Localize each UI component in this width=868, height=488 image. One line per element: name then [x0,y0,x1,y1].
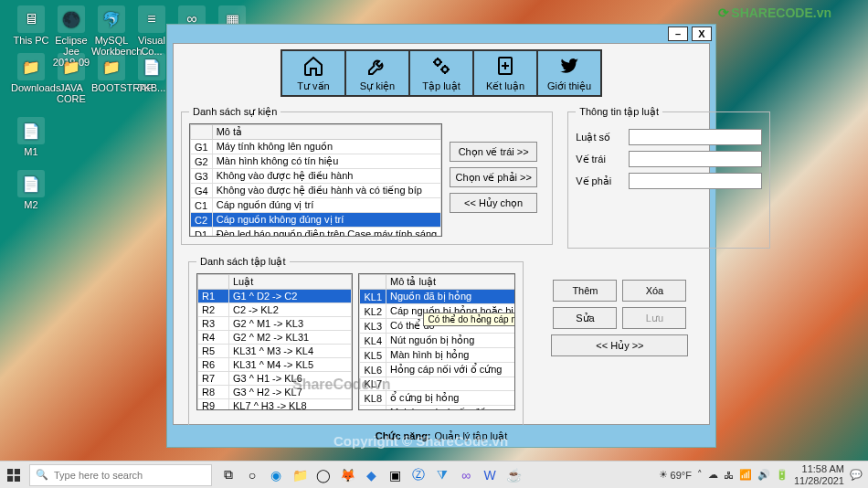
tray-network-icon[interactable]: 🖧 [724,470,734,481]
table-row[interactable]: C2Cáp nguồn không đúng vị trí [191,213,441,228]
toolbar-bird-button[interactable]: Giới thiệu [536,49,602,97]
desktop-icon-glyph: 🌑 [58,5,85,33]
cell-desc [386,377,515,391]
desktop-icon[interactable]: 📄M1 [11,117,51,157]
table-row[interactable]: KL9Mainboard có vấn đề [360,406,515,411]
table-row[interactable]: G1Máy tính không lên nguồn [191,140,441,154]
table-row[interactable]: R4G2 ^ M2 -> KL31 [198,331,352,345]
weather-icon: ☀ [659,469,668,481]
table-row[interactable]: R7G3 ^ H1 -> KL6 [198,372,352,386]
desktop-icon[interactable]: 📁Downloads [11,53,51,93]
vs-icon[interactable]: ∞ [455,464,477,486]
svg-rect-5 [7,475,13,481]
app-icon-1[interactable]: ◆ [360,464,382,486]
input-ve-trai[interactable] [629,151,762,167]
cell-code: KL8 [360,391,386,406]
table-row[interactable]: KL4Nút nguồn bị hỏng [360,334,515,348]
cell-code: G2 [191,154,213,169]
toolbar-home-button[interactable]: Tư vấn [281,49,346,97]
cortana-icon[interactable]: ○ [241,464,263,486]
delete-button[interactable]: Xóa [622,280,686,302]
table-row[interactable]: R5KL31 ^ M3 -> KL4 [198,345,352,358]
tray-chevron-icon[interactable]: ˄ [697,469,703,481]
cell-rule: KL7 ^ H3 -> KL8 [229,399,352,411]
zalo-icon[interactable]: Ⓩ [408,464,429,486]
start-button[interactable] [0,461,27,489]
titlebar: – X [167,25,715,43]
table-row[interactable]: KL5Màn hình bị hỏng [360,348,515,363]
choose-right-button[interactable]: Chọn vế phải >> [450,167,537,187]
tray-volume-icon[interactable]: 🔊 [757,469,770,481]
edit-button[interactable]: Sửa [553,307,617,329]
cell-code: C2 [191,213,213,228]
desktop-icon[interactable]: 🖥This PC [11,5,51,46]
java-icon[interactable]: ☕ [503,464,524,486]
desktop-icon[interactable]: 📄M2 [11,170,51,210]
save-button[interactable]: Lưu [622,307,686,329]
toolbar-file-plus-button[interactable]: Kết luận [472,49,538,97]
system-tray: ☀ 69°F ˄ ☁ 🖧 📶 🔊 🔋 11:58 AM 11/28/2021 💬 [659,463,868,485]
search-placeholder: Type here to search [54,470,143,481]
clock[interactable]: 11:58 AM 11/28/2021 [794,463,844,485]
table-row[interactable]: G3Không vào được hệ điều hành [191,169,441,184]
cancel-choice-button[interactable]: << Hủy chọn [450,193,537,213]
toolbar-wrench-button[interactable]: Sự kiện [344,49,410,97]
weather-widget[interactable]: ☀ 69°F [659,469,692,481]
table-row[interactable]: D1Đèn led báo nguồn điện trên Case máy t… [191,228,441,238]
desktop-icon[interactable]: 📁JAVA CORE [51,53,91,104]
table-row[interactable]: KL7 [360,377,515,391]
toolbar-label: Tư vấn [297,80,329,92]
vscode-icon[interactable]: ⧩ [431,464,453,486]
edge-icon[interactable]: ◉ [265,464,287,486]
taskbar-apps: ⧉ ○ ◉ 📁 ◯ 🦊 ◆ ▣ Ⓩ ⧩ ∞ W ☕ [217,464,524,486]
close-button[interactable]: X [692,27,712,41]
table-row[interactable]: KL6Hỏng cáp nối với ổ cứng [360,363,515,377]
minimize-button[interactable]: – [668,27,688,41]
weather-temp: 69°F [671,470,692,481]
app-icon-2[interactable]: ▣ [384,464,406,486]
table-row[interactable]: R1G1 ^ D2 -> C2 [198,290,352,303]
table-row[interactable]: R3G2 ^ M1 -> KL3 [198,317,352,331]
kl-header-code [360,275,386,290]
word-icon[interactable]: W [479,464,501,486]
input-ve-phai[interactable] [629,173,762,189]
desktop-icon[interactable]: 📁BOOTSTRAP [91,53,132,93]
toolbar-label: Sự kiện [360,80,395,92]
search-box[interactable]: 🔍 Type here to search [29,464,212,486]
table-row[interactable]: R2C2 -> KL2 [198,303,352,317]
input-luat-so[interactable] [629,129,762,145]
kl-listbox[interactable]: Mô tả luật KL1Nguồn đã bị hỏngKL2Cáp ngu… [358,273,514,410]
tray-battery-icon[interactable]: 🔋 [776,469,789,481]
table-row[interactable]: G4Không vào được hệ điều hành và có tiến… [191,184,441,198]
chrome-icon[interactable]: ◯ [312,464,334,486]
svg-rect-6 [15,475,20,481]
cell-desc: Không vào được hệ điều hành và có tiếng … [212,184,440,198]
clock-time: 11:58 AM [794,463,844,474]
events-listbox[interactable]: Mô tả G1Máy tính không lên nguồnG2Màn hì… [189,123,442,237]
choose-left-button[interactable]: Chọn vế trái >> [450,142,537,162]
desktop-icon-glyph: 📄 [138,53,165,80]
label-ve-phai: Vế phải [576,175,621,187]
cell-code: KL3 [360,319,386,334]
table-row[interactable]: R8G3 ^ H2 -> KL7 [198,386,352,399]
notifications-icon[interactable]: 💬 [850,469,863,481]
add-button[interactable]: Thêm [553,280,617,302]
table-row[interactable]: R6KL31 ^ M4 -> KL5 [198,358,352,372]
task-view-icon[interactable]: ⧉ [217,464,239,486]
table-row[interactable]: G2Màn hình không có tín hiệu [191,154,441,169]
table-row[interactable]: KL8ổ cứng bị hỏng [360,391,515,406]
tray-wifi-icon[interactable]: 📶 [739,469,752,481]
table-row[interactable]: R9KL7 ^ H3 -> KL8 [198,399,352,411]
firefox-icon[interactable]: 🦊 [336,464,358,486]
desktop-icon-glyph: ≡ [138,5,165,33]
toolbar-label: Tập luật [422,80,460,92]
explorer-icon[interactable]: 📁 [289,464,311,486]
desktop-icon-label: Downloads [11,82,51,93]
table-row[interactable]: KL1Nguồn đã bị hỏng [360,290,515,304]
table-row[interactable]: C1Cáp nguồn đúng vị trí [191,198,441,213]
desktop-icon[interactable]: 🐬MySQL Workbench [91,5,132,57]
tray-onedrive-icon[interactable]: ☁ [708,469,718,481]
toolbar-gears-button[interactable]: Tập luật [408,49,474,97]
rules-listbox[interactable]: Luật R1G1 ^ D2 -> C2R2C2 -> KL2R3G2 ^ M1… [196,273,353,410]
cancel-all-button[interactable]: << Hủy >> [551,334,688,356]
